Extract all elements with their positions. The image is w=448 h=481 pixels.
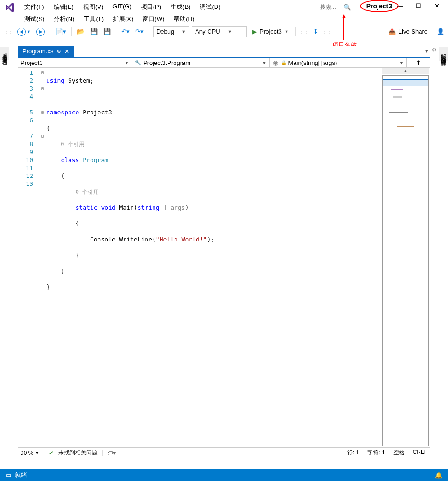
split-icon: ⬍ [416,59,421,66]
issues-label[interactable]: 未找到相关问题 [58,449,98,457]
config-combo[interactable]: Debug▼ [153,26,189,37]
tab-file-name: Program.cs [22,48,53,55]
menu-git[interactable]: GIT(G) [109,2,135,12]
tool-options-icon[interactable]: ⚙ [432,47,437,53]
close-button[interactable]: ✕ [434,2,440,9]
scroll-up-button[interactable]: ▲ [382,68,429,74]
vs-logo-icon [3,1,16,14]
nav-class-combo[interactable]: 🔧 Project3.Program▼ [132,58,270,67]
tag-icon[interactable]: 🏷▾ [107,450,116,456]
live-share-button[interactable]: 📤 Live Share [388,28,427,35]
server-explorer-tab[interactable]: 服务器资源管理器 [0,47,9,60]
nav-member-combo[interactable]: ◉ 🔒 Main(string[] args)▼ [270,58,407,67]
menu-edit[interactable]: 编辑(E) [50,2,77,12]
document-tab-active[interactable]: Program.cs ⊕ ✕ [18,46,74,57]
status-bar: ▭ 就绪 🔔 [0,469,448,481]
nav-back-button[interactable]: ◀▼ [16,27,32,37]
drag-handle-icon: ⋮⋮ [300,29,309,34]
notifications-icon[interactable]: 🔔 [435,472,442,479]
editor-status-bar: 90 %▼ ✔ 未找到相关问题 🏷▾ 行: 1 字符: 1 空格 CRLF [18,447,430,458]
cursor-char: 字符: 1 [367,449,385,457]
search-box[interactable]: 🔍 [318,2,353,12]
drag-handle-icon: ⋮⋮ [4,29,13,34]
window-controls: — ☐ ✕ [397,2,444,9]
split-view-button[interactable]: ⬍ [407,58,430,67]
indent-mode[interactable]: 空格 [393,449,405,457]
fold-gutter: ⊟⊟ ⊟⊟ [39,68,46,447]
method-icon: ◉ [273,60,279,66]
save-button[interactable]: 💾 [89,27,99,36]
start-debug-button[interactable]: ▶ Project3 ▼ [250,28,292,35]
nav-project-combo[interactable]: Project3▼ [18,58,132,67]
new-item-button[interactable]: 📄▾ [54,27,68,36]
step-icon[interactable]: ↧ [312,27,320,36]
menu-project[interactable]: 项目(P) [137,2,165,12]
redo-button[interactable]: ↷▾ [134,27,145,36]
cursor-line: 行: 1 [347,449,359,457]
pin-icon[interactable]: ⊕ [57,49,61,54]
nav-forward-button[interactable]: ▶ [35,27,46,37]
ok-icon: ✔ [49,450,54,456]
share-icon: 📤 [388,28,396,35]
undo-button[interactable]: ↶▾ [120,27,131,36]
menu-view[interactable]: 视图(V) [79,2,107,12]
feedback-icon[interactable]: 👤 [437,28,444,35]
search-icon[interactable]: 🔍 [343,4,351,11]
menu-analysis[interactable]: 分析(N) [50,14,78,24]
menu-build[interactable]: 生成(B) [167,2,194,12]
minimize-button[interactable]: — [397,2,403,9]
tab-dropdown-icon[interactable]: ▾ [425,48,428,55]
navigation-bar: Project3▼ 🔧 Project3.Program▼ ◉ 🔒 Main(s… [18,58,430,68]
main-toolbar: ⋮⋮ ◀▼ ▶ 📄▾ 📂 💾 💾 ↶▾ ↷▾ Debug▼ Any CPU▼ ▶… [0,23,448,40]
platform-combo[interactable]: Any CPU▼ [192,26,247,37]
code-editor[interactable]: 1 2 3 4 5 6 7 8 9 10 11 12 13 ⊟⊟ ⊟⊟ usin… [18,68,430,447]
close-tab-icon[interactable]: ✕ [64,48,69,55]
solution-explorer-tab[interactable]: 解决方案资源管理器 [439,47,448,61]
maximize-button[interactable]: ☐ [416,2,421,9]
code-content[interactable]: using System; namespace Project3 { 0 个引用… [46,68,382,447]
code-lens[interactable]: 0 个引用 [76,189,99,195]
minimap[interactable] [382,75,429,446]
document-tabs: Program.cs ⊕ ✕ ▾ [18,46,430,57]
solution-name: Project3 [362,2,397,10]
menu-bar: 文件(F) 编辑(E) 视图(V) GIT(G) 项目(P) 生成(B) 调试(… [0,0,448,23]
editor-shell: Program.cs ⊕ ✕ ▾ Project3▼ 🔧 Project3.Pr… [18,46,430,458]
lock-icon: 🔒 [281,60,287,65]
search-input[interactable] [320,4,343,10]
code-lens[interactable]: 0 个引用 [61,141,84,148]
drag-handle-icon: ⋮⋮ [322,29,332,34]
output-icon[interactable]: ▭ [6,472,11,479]
open-file-button[interactable]: 📂 [76,27,86,36]
menu-tools[interactable]: 工具(T) [80,14,107,24]
menu-help[interactable]: 帮助(H) [170,14,198,24]
eol-mode[interactable]: CRLF [413,449,427,457]
menu-extensions[interactable]: 扩展(X) [109,14,137,24]
line-number-gutter: 1 2 3 4 5 6 7 8 9 10 11 12 13 [18,68,39,447]
menu-window[interactable]: 窗口(W) [139,14,168,24]
class-icon: 🔧 [135,60,141,66]
menu-file[interactable]: 文件(F) [21,2,48,12]
play-icon: ▶ [252,28,257,35]
status-ready: 就绪 [15,471,27,479]
save-all-button[interactable]: 💾 [102,27,112,36]
zoom-combo[interactable]: 90 %▼ [21,450,39,456]
menu-debug[interactable]: 调试(D) [196,2,224,12]
menu-test[interactable]: 测试(S) [21,14,48,24]
